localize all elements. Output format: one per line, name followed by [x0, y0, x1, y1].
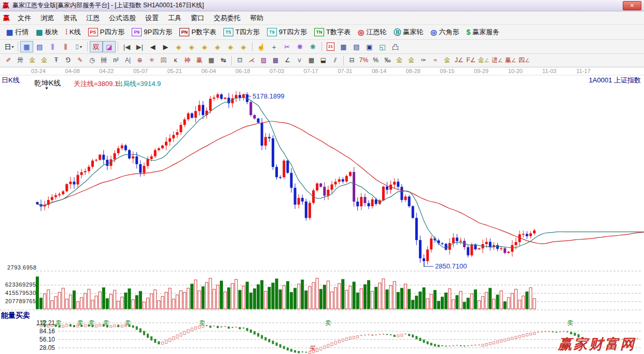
toolbar-button-enter-angle[interactable]: 进∠ [491, 55, 504, 66]
toolbar-button-ink-brush[interactable]: ✑ [417, 55, 429, 66]
toolbar-button-time-cycle[interactable]: ◷ [86, 55, 98, 66]
toolbar-button-gold-grid-2[interactable]: 金 [38, 55, 50, 66]
toolbar-button-period-daily[interactable]: 日▾ [3, 41, 16, 52]
menu-item-7[interactable]: 窗口 [186, 12, 209, 24]
toolbar-button-winner-service[interactable]: $赢家服务 [463, 26, 503, 38]
toolbar-button-hexagon[interactable]: ◎六角形 [427, 26, 463, 38]
toolbar-button-grid-box[interactable]: ▩ [270, 55, 282, 66]
menu-item-2[interactable]: 资讯 [59, 12, 81, 24]
toolbar-button-price-ruler[interactable]: ⊟ [346, 55, 358, 66]
toolbar-button-t-square[interactable]: TST四方形 [220, 26, 263, 38]
close-button[interactable]: ✕ [623, 1, 641, 10]
toolbar-button-bars-9[interactable]: ⫼ [59, 41, 72, 52]
toolbar-button-gann-compass[interactable]: ⊕ [134, 55, 146, 66]
toolbar-button-expand-all[interactable]: ◈ [224, 41, 237, 52]
toolbar-button-export[interactable]: ◱ [376, 41, 389, 52]
chart-area[interactable]: 5178.18992850.7100卖卖卖卖卖卖卖卖卖买 03-2404-080… [0, 67, 644, 354]
toolbar-button-gann-tool-purple[interactable]: ❋ [293, 41, 306, 52]
toolbar-button-f-angle[interactable]: F∠ [465, 55, 477, 66]
toolbar-button-next-page[interactable]: ▶ [159, 41, 172, 52]
toolbar-button-9t-square[interactable]: T99T四方形 [263, 26, 311, 38]
toolbar-button-gold-circle[interactable]: 金 [394, 55, 405, 66]
menu-item-5[interactable]: 设置 [141, 12, 163, 24]
toolbar-button-star-wheel[interactable]: ✳ [146, 55, 158, 66]
toolbar-button-percent[interactable]: % [370, 55, 382, 66]
toolbar-button-j-angle[interactable]: J∠ [453, 55, 465, 66]
toolbar-button-notes[interactable]: ▤ [350, 41, 363, 52]
toolbar-button-fan-box[interactable]: ▨ [258, 55, 270, 66]
toolbar-button-gold-level[interactable]: 金 [441, 55, 453, 66]
toolbar-button-kline[interactable]: ⫶K线 [62, 26, 84, 38]
toolbar-button-p-table[interactable]: PNP数字表 [176, 26, 220, 38]
toolbar-button-big-grid[interactable]: ▦ [305, 55, 317, 66]
toolbar-button-span-arrows[interactable]: ↹ [217, 55, 229, 66]
toolbar-button-shen-tool[interactable]: 神 [181, 55, 193, 66]
menu-item-6[interactable]: 工具 [163, 12, 186, 24]
toolbar-button-square-target[interactable]: 回 [158, 55, 170, 66]
toolbar-button-grid-arrow[interactable]: ⬓ [317, 55, 329, 66]
toolbar-button-parallel-lines[interactable]: ⫽ [329, 55, 341, 66]
toolbar-button-info-view[interactable]: ▤ [33, 41, 46, 52]
toolbar-button-win-angle[interactable]: 赢∠ [504, 55, 517, 66]
toolbar-button-grid-tool[interactable]: 卌 [98, 55, 110, 66]
toolbar-button-quotes[interactable]: ▦行情 [3, 26, 32, 38]
toolbar-button-wave-lines[interactable]: ⅴ [293, 55, 305, 66]
toolbar-button-compress-h[interactable]: ◈ [211, 41, 224, 52]
toolbar-button-k-mark[interactable]: ĸ [170, 55, 181, 66]
toolbar-button-percent-lines[interactable]: ‰ [382, 55, 394, 66]
toolbar-button-sectors[interactable]: ▩板块 [32, 26, 62, 38]
candle-up [426, 249, 429, 261]
toolbar-button-last-page[interactable]: ▶| [133, 41, 146, 52]
toolbar-button-qiankun-toggle[interactable]: 双 [90, 41, 103, 52]
toolbar-button-p-square[interactable]: PSP四方形 [85, 26, 129, 38]
toolbar-button-spiral[interactable]: ⅁ [62, 55, 74, 66]
toolbar-button-expand-h[interactable]: ◈ [198, 41, 211, 52]
toolbar-button-candle-style[interactable]: ⌷▾ [72, 41, 85, 52]
menu-item-8[interactable]: 交易委托 [209, 12, 245, 24]
toolbar-button-gann-grid[interactable]: 卅 [15, 55, 26, 66]
toolbar-button-four-angle[interactable]: 四∠ [517, 55, 531, 66]
toolbar-button-gold-angle[interactable]: 金∠ [477, 55, 491, 66]
toolbar-button-track-lines[interactable]: ≈ [429, 55, 441, 66]
menu-item-1[interactable]: 浏览 [36, 12, 59, 24]
toolbar-button-9p-square[interactable]: P99P四方形 [128, 26, 176, 38]
toolbar-button-window-mode[interactable]: ▦ [20, 41, 33, 52]
kline-type-dropdown-icon[interactable]: ▼ [45, 86, 49, 91]
toolbar-button-a-line[interactable]: A| [122, 55, 134, 66]
toolbar-button-first-page[interactable]: |◀ [120, 41, 133, 52]
menu-item-0[interactable]: 文件 [13, 12, 36, 24]
toolbar-button-color-chart[interactable]: ◪ [103, 41, 116, 52]
toolbar-button-calendar[interactable]: 21 [324, 41, 337, 52]
toolbar-button-edit-tool[interactable]: ✂ [281, 41, 293, 52]
toolbar-button-gann-tool-teal[interactable]: ❋ [306, 41, 319, 52]
toolbar-button-winner-wheel[interactable]: Ⓑ赢家轮 [390, 26, 427, 38]
toolbar-button-num-grid[interactable]: ▦ [205, 55, 217, 66]
toolbar-button-f-grid[interactable]: Ŧ [50, 55, 62, 66]
toolbar-button-n-square[interactable]: n² [110, 55, 122, 66]
toolbar-button-gold-grid-1[interactable]: 金 [26, 55, 38, 66]
toolbar-button-crosshair-tool[interactable]: ＋ [268, 41, 281, 52]
toolbar-button-print[interactable]: 凸 [389, 41, 402, 52]
toolbar-button-zoom-left[interactable]: ◈ [172, 41, 185, 52]
toolbar-button-win-tool[interactable]: 赢 [193, 55, 205, 66]
toolbar-button-expand-v[interactable]: ◈ [237, 41, 250, 52]
menu-item-4[interactable]: 公式选股 [104, 12, 141, 24]
toolbar-button-bars-3[interactable]: ⫼ [46, 41, 59, 52]
menu-item-3[interactable]: 江恩 [81, 12, 104, 24]
toolbar-button-percent-7[interactable]: 7% [358, 55, 370, 66]
toolbar-button-zoom-right[interactable]: ◈ [185, 41, 198, 52]
menu-item-9[interactable]: 帮助 [245, 12, 268, 24]
toolbar-button-t-table[interactable]: TNT数字表 [311, 26, 354, 38]
toolbar-button-prev-page[interactable]: ◀ [146, 41, 159, 52]
toolbar-button-calculator[interactable]: ▦ [337, 41, 350, 52]
toolbar-button-gold-lines[interactable]: 金 [405, 55, 417, 66]
toolbar-button-save[interactable]: ▣ [363, 41, 376, 52]
toolbar-button-fan-lines[interactable]: ⋌ [246, 55, 258, 66]
toolbar-button-angle-lines[interactable]: ∠ [282, 55, 293, 66]
toolbar-button-hand-tool[interactable]: ☝ [255, 41, 268, 52]
toolbar-button-square-frame[interactable]: ⊡ [234, 55, 246, 66]
toolbar-button-gann-wheel[interactable]: ◎江恩轮 [354, 26, 390, 38]
toolbar-button-red-brush[interactable]: ✎ [74, 55, 86, 66]
toolbar-button-brush-tool[interactable]: ✐ [3, 55, 15, 66]
kline-plot[interactable]: 5178.18992850.7100卖卖卖卖卖卖卖卖卖买 [0, 67, 644, 354]
